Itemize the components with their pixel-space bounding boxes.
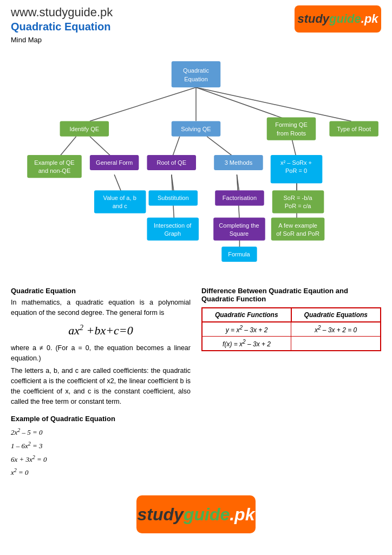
svg-rect-34 bbox=[94, 190, 146, 213]
svg-text:x² – SoRx +: x² – SoRx + bbox=[280, 159, 312, 166]
svg-rect-17 bbox=[172, 61, 221, 87]
table-header-functions: Quadratic Functions bbox=[202, 308, 291, 322]
table-cell bbox=[291, 337, 381, 351]
example-eq-3: 6x + 3x2 = 0 bbox=[11, 453, 381, 466]
node-root-of-qe: Root of QE bbox=[147, 155, 196, 170]
logo-study: study bbox=[297, 12, 329, 26]
logo-pk: .pk bbox=[361, 12, 378, 26]
svg-text:3 Methods: 3 Methods bbox=[225, 159, 253, 166]
svg-text:Substitution: Substitution bbox=[158, 195, 189, 201]
svg-rect-29 bbox=[27, 155, 82, 178]
svg-text:SoR = -b/a: SoR = -b/a bbox=[284, 195, 313, 201]
svg-text:Intersection of: Intersection of bbox=[154, 222, 192, 229]
table-header-equations: Quadratic Equations bbox=[291, 308, 381, 322]
svg-text:Value of a, b: Value of a, b bbox=[103, 195, 136, 201]
svg-text:Completing the: Completing the bbox=[219, 222, 259, 229]
bottom-logo: studyguide.pk bbox=[0, 495, 392, 533]
example-eq-4: x2 = 0 bbox=[11, 466, 381, 479]
content-left-para1: In mathematics, a quadratic equation is … bbox=[11, 298, 191, 318]
node-solving-qe: Solving QE bbox=[172, 121, 221, 137]
svg-text:and c: and c bbox=[113, 203, 128, 209]
content-left: Quadratic Equation In mathematics, a qua… bbox=[11, 287, 191, 406]
svg-text:Solving QE: Solving QE bbox=[181, 126, 211, 132]
math-formula: ax2 +bx+c=0 bbox=[11, 324, 191, 338]
svg-text:Forming QE: Forming QE bbox=[275, 121, 308, 128]
example-eq-2: 1 – 6x2 = 3 bbox=[11, 439, 381, 453]
node-few-examples: A few example of SoR and PoR bbox=[271, 218, 325, 241]
svg-text:and non-QE: and non-QE bbox=[38, 167, 71, 174]
diff-title: Difference Between Quadratic Eqaution an… bbox=[201, 287, 381, 303]
svg-rect-56 bbox=[272, 190, 324, 213]
node-x2-sorx: x² – SoRx + PoR = 0 bbox=[271, 155, 323, 183]
table-row: f(x) = x2 – 3x + 2 bbox=[202, 337, 381, 351]
table-cell: x2 – 3x + 2 = 0 bbox=[291, 322, 381, 337]
content-left-para2: where a ≠ 0. (For a = 0, the equation be… bbox=[11, 343, 191, 364]
svg-rect-48 bbox=[213, 218, 265, 241]
node-substitution: Substitution bbox=[149, 190, 198, 205]
svg-text:from Roots: from Roots bbox=[277, 130, 306, 137]
svg-line-0 bbox=[90, 87, 196, 121]
svg-text:General Form: General Form bbox=[96, 159, 133, 166]
svg-text:Formula: Formula bbox=[228, 251, 250, 257]
node-sor-por: SoR = -b/a PoR = c/a bbox=[272, 190, 324, 213]
node-3-methods: 3 Methods bbox=[214, 155, 263, 170]
comparison-table: Quadratic Functions Quadratic Equations … bbox=[201, 307, 381, 351]
svg-text:Type of Root: Type of Root bbox=[337, 126, 371, 132]
svg-text:PoR = 0: PoR = 0 bbox=[285, 167, 307, 174]
table-row: y = x2 – 3x + 2 x2 – 3x + 2 = 0 bbox=[202, 322, 381, 337]
bottom-logo-badge: studyguide.pk bbox=[136, 495, 256, 533]
svg-text:Graph: Graph bbox=[164, 230, 181, 237]
examples-title: Example of Quadratic Equation bbox=[11, 415, 381, 423]
node-quadratic-equation: Quadratic Equation bbox=[172, 61, 221, 87]
content-left-title: Quadratic Equation bbox=[11, 287, 191, 295]
svg-line-3 bbox=[196, 87, 351, 121]
node-forming-qe: Forming QE from Roots bbox=[267, 118, 316, 140]
content-left-para3: The letters a, b, and c are called coeff… bbox=[11, 366, 191, 406]
site-url: www.studyguide.pk bbox=[11, 5, 113, 20]
node-general-form: General Form bbox=[90, 155, 139, 170]
top-logo-badge: studyguide.pk bbox=[295, 5, 381, 33]
svg-text:PoR = c/a: PoR = c/a bbox=[285, 203, 312, 209]
node-intersection-graph: Intersection of Graph bbox=[147, 218, 199, 241]
bottom-logo-pk: .pk bbox=[230, 505, 254, 525]
bottom-logo-study: study bbox=[138, 505, 184, 525]
table-cell: y = x2 – 3x + 2 bbox=[202, 322, 291, 337]
svg-text:Equation: Equation bbox=[184, 76, 208, 82]
mind-map-label: Mind Map bbox=[0, 36, 392, 44]
mind-map: Quadratic Equation Identify QE Solving Q… bbox=[0, 48, 392, 276]
svg-text:Square: Square bbox=[230, 230, 249, 237]
header: www.studyguide.pk Quadratic Equation stu… bbox=[0, 0, 392, 36]
node-type-of-root: Type of Root bbox=[329, 121, 378, 137]
bottom-logo-guide: guide bbox=[184, 505, 230, 525]
svg-rect-59 bbox=[271, 218, 325, 241]
svg-text:Root of QE: Root of QE bbox=[156, 159, 186, 166]
node-example-qe: Example of QE and non-QE bbox=[27, 155, 82, 178]
node-completing-square: Completing the Square bbox=[213, 218, 265, 241]
svg-rect-43 bbox=[147, 218, 199, 241]
examples-section: Example of Quadratic Equation 2x2 – 5 = … bbox=[0, 415, 392, 479]
content-right: Difference Between Quadratic Eqaution an… bbox=[201, 287, 381, 406]
header-left: www.studyguide.pk Quadratic Equation bbox=[11, 5, 113, 33]
mind-map-svg: Quadratic Equation Identify QE Solving Q… bbox=[5, 48, 387, 276]
svg-text:A few example: A few example bbox=[278, 222, 317, 229]
table-cell: f(x) = x2 – 3x + 2 bbox=[202, 337, 291, 351]
svg-text:Quadratic: Quadratic bbox=[183, 67, 209, 74]
svg-text:of SoR and PoR: of SoR and PoR bbox=[276, 230, 319, 237]
svg-text:Identify QE: Identify QE bbox=[70, 126, 100, 132]
example-eq-1: 2x2 – 5 = 0 bbox=[11, 425, 381, 439]
node-identify-qe: Identify QE bbox=[60, 121, 109, 137]
content-area: Quadratic Equation In mathematics, a qua… bbox=[0, 281, 392, 412]
svg-text:Factorisation: Factorisation bbox=[223, 195, 257, 201]
svg-line-2 bbox=[196, 87, 291, 121]
node-factorisation: Factorisation bbox=[215, 190, 264, 205]
svg-text:Example of QE: Example of QE bbox=[34, 159, 74, 166]
node-value-abc: Value of a, b and c bbox=[94, 190, 146, 213]
logo-guide: guide bbox=[329, 12, 361, 26]
node-formula: Formula bbox=[221, 247, 257, 262]
page-title: Quadratic Equation bbox=[11, 21, 113, 33]
